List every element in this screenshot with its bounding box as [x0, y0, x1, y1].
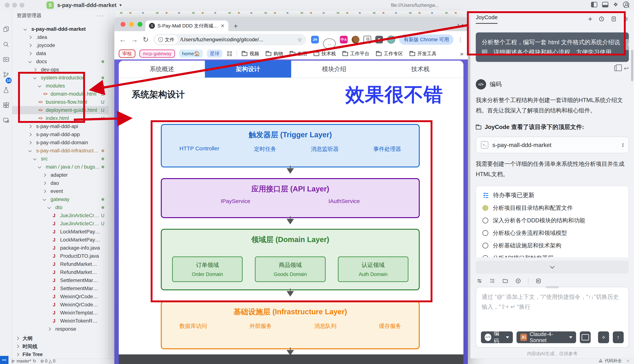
tree-item[interactable]: WeixinTokenResponseDTO.java	[12, 317, 108, 325]
tree-item[interactable]: dev-ops	[12, 66, 108, 74]
resize-handle[interactable]	[546, 286, 559, 288]
chrome-update-chip[interactable]: 有新版 Chrome 可用	[399, 34, 453, 45]
tree-item[interactable]: WeixinQrCodeResponseDTO.ja...	[12, 301, 108, 309]
tree-item[interactable]: .idea	[12, 33, 108, 41]
git-branch-item[interactable]: master* ↻	[11, 359, 36, 364]
tree-item[interactable]: dto	[12, 203, 108, 212]
extensions-test-icon[interactable]	[3, 86, 10, 94]
explorer-icon[interactable]	[3, 26, 10, 33]
tab-close-icon[interactable]: ✕	[221, 23, 225, 29]
toggle-sidebar-icon[interactable]	[591, 2, 597, 7]
tree-item[interactable]: SettlementMarketPayOrderRe...	[12, 276, 108, 284]
reload-button[interactable]: ↻	[143, 36, 149, 44]
tree-item[interactable]: s-pay-mall-ddd-api	[12, 122, 108, 130]
tune-sliders-icon[interactable]	[477, 278, 482, 284]
todo-item[interactable]: 分析核心业务流程和领域模型	[482, 229, 622, 237]
project-title-caret-icon[interactable]: ▼	[119, 3, 122, 7]
bookmark-folder[interactable]: 购物	[266, 50, 283, 57]
mcp-plug-icon[interactable]	[535, 278, 541, 284]
tree-item[interactable]: JueJinArticleCreateRequ... U	[12, 212, 108, 220]
dismiss-prompt-icon[interactable]: ×	[625, 39, 629, 50]
tree-item[interactable]: ProductDTO.java	[12, 252, 108, 260]
tree-item[interactable]: modules	[12, 82, 108, 90]
tree-item[interactable]: s-pay-mall-ddd-app	[12, 130, 108, 138]
tree-item[interactable]: event	[12, 187, 108, 195]
bookmark-folder[interactable]: 视频	[242, 50, 259, 57]
browser-menu-icon[interactable]: ⋮	[458, 36, 463, 43]
account-icon[interactable]	[623, 2, 629, 8]
tree-item[interactable]: LockMarketPayOrderRequestD...	[12, 228, 108, 236]
directory-select[interactable]: >_ s-pay-mall-ddd-market ▴▾	[476, 137, 629, 153]
apps-grid-icon[interactable]	[227, 52, 232, 56]
sidebar-section-header[interactable]: 时间线	[12, 342, 108, 350]
minimize-window-button[interactable]	[12, 3, 17, 8]
todo-item[interactable]: 分析项目根目录结构和配置文件	[482, 204, 622, 212]
send-button[interactable]: ↑	[613, 332, 624, 343]
tree-item[interactable]: index.html U	[12, 114, 108, 122]
code-completion-item[interactable]: 代码补全	[598, 358, 622, 364]
notes-icon[interactable]	[611, 16, 617, 22]
bookmark-chip[interactable]: 星球	[207, 50, 222, 58]
chat-input[interactable]	[482, 292, 623, 320]
tree-item[interactable]: response	[12, 325, 108, 333]
tree-item[interactable]: JueJinArticleCreateRespo... U	[12, 220, 108, 228]
tree-item[interactable]: docs	[12, 58, 108, 66]
tree-item[interactable]: main / java / cn / bugstack / infr...	[12, 163, 108, 171]
tree-item[interactable]: s-pay-mall-ddd-domain	[12, 138, 108, 147]
tree-item[interactable]: WeixinTemplateMessageDTO.j...	[12, 309, 108, 317]
retry-icon[interactable]: ↩	[624, 65, 629, 72]
search-icon[interactable]	[3, 41, 10, 48]
info-icon[interactable]: i	[158, 37, 163, 42]
new-tab-button[interactable]: +	[234, 22, 238, 30]
chat-scroll-area[interactable]: 分析整个工程，编写一套 html 文件格式的系统介绍说明。详细阐述各个模块和核心…	[476, 24, 629, 257]
profile-avatar[interactable]	[387, 36, 395, 44]
bookmark-folder[interactable]: 工作专区	[376, 50, 403, 57]
tree-item[interactable]: deployment-guide.html U	[12, 106, 108, 114]
toggle-panel-icon[interactable]	[602, 2, 608, 7]
bookmarks-overflow-icon[interactable]: »	[460, 50, 463, 57]
tree-item[interactable]: domain-module.html U	[12, 90, 108, 98]
browser-zoom-button[interactable]	[138, 22, 142, 27]
page-nav-tab[interactable]: 系统概述	[119, 60, 205, 78]
todo-item[interactable]: 分析API接口和触发器层	[482, 254, 622, 257]
tree-item[interactable]: package-info.java	[12, 244, 108, 252]
run-debug-icon[interactable]	[3, 56, 10, 63]
forward-button[interactable]: →	[131, 36, 138, 44]
bookmark-folder[interactable]: 技术栈	[314, 50, 336, 57]
tree-item[interactable]: .joycode	[12, 41, 108, 49]
attach-image-button[interactable]	[580, 332, 591, 343]
page-nav-tab[interactable]: 模块介绍	[291, 60, 377, 78]
panel-scrollbar[interactable]	[631, 50, 633, 81]
tree-item[interactable]: RefundMarketPayOrderRespo...	[12, 268, 108, 276]
joycode-panel-title[interactable]: JoyCode	[476, 14, 498, 24]
extension-jh-icon[interactable]: JH	[311, 36, 319, 44]
explorer-more-icon[interactable]: ···	[97, 12, 104, 18]
tree-item[interactable]: gateway	[12, 195, 108, 203]
extension-cookie-icon[interactable]	[352, 36, 360, 44]
ordered-list-icon[interactable]	[489, 278, 495, 284]
browser-tab[interactable]: S S-Pay-Mall DDD 支付商城系统 ✕	[145, 20, 228, 31]
tree-item[interactable]: WeixinQrCodeRequestDTO.java	[12, 292, 108, 301]
extension-translate-icon[interactable]: 中A	[340, 36, 348, 44]
bookmark-chip[interactable]: home🏠	[179, 50, 203, 58]
bookmark-chip[interactable]: mcp-gateway	[139, 50, 175, 58]
bookmark-chip[interactable]: 审核	[119, 50, 135, 58]
tree-item[interactable]: src	[12, 155, 108, 163]
page-nav-tab[interactable]: 架构设计	[205, 60, 291, 78]
address-bar[interactable]: i 文件 /Users/fuzhengwei/coding/gitcode/..…	[153, 34, 306, 45]
close-window-button[interactable]	[5, 3, 10, 8]
todo-item[interactable]: 分析基础设施层和技术架构	[482, 242, 622, 250]
cube-logo-icon[interactable]: ❖	[613, 2, 618, 7]
tree-item[interactable]: adapter	[12, 171, 108, 179]
page-nav-tab[interactable]: 技术栈	[377, 60, 463, 78]
comment-add-icon[interactable]	[515, 278, 521, 284]
chat-input-box[interactable]: </> 编码 A\ Claude-4-Sonnet ✧ ↑	[476, 287, 629, 348]
scroll-to-bottom-button[interactable]	[476, 261, 629, 274]
bookmark-folder[interactable]: 工作平台	[343, 50, 369, 57]
problems-item[interactable]: ⊘ 0 △ 0	[40, 359, 56, 364]
grid-extensions-icon[interactable]	[3, 102, 10, 109]
bell-icon[interactable]: ∩	[626, 358, 629, 363]
tree-item[interactable]: business-flow.html U	[12, 98, 108, 106]
settings-gear-icon[interactable]	[623, 16, 629, 22]
tree-item[interactable]: RefundMarketPayOrderReques...	[12, 260, 108, 268]
